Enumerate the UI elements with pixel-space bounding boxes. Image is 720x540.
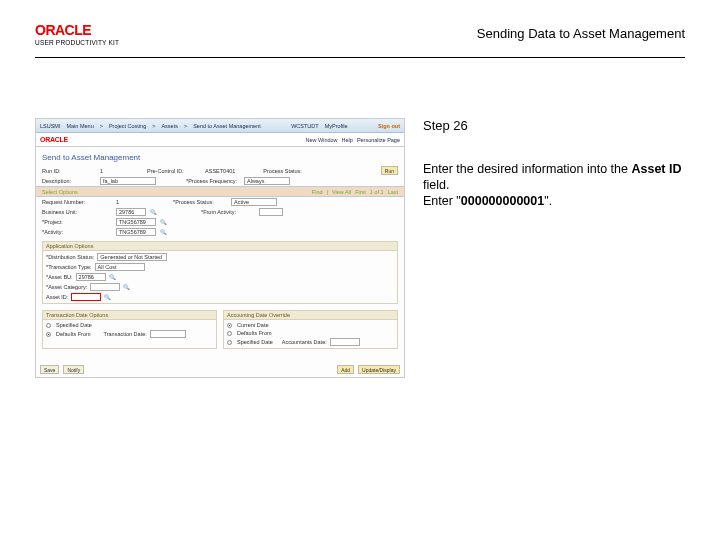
footer-bar: Save Notify Add Update/Display bbox=[40, 365, 400, 374]
radio-icon bbox=[227, 323, 232, 328]
brand-product: USER PRODUCTIVITY KIT bbox=[35, 39, 119, 46]
link-new-window: New Window bbox=[305, 137, 337, 143]
dist-status-label: *Distribution Status: bbox=[46, 254, 94, 260]
link-personalize: Personalize Page bbox=[357, 137, 400, 143]
transaction-type-select[interactable]: All Cost bbox=[95, 263, 145, 271]
topnav-item: LSUSMI bbox=[40, 123, 60, 129]
topnav-user: WCSTUDT bbox=[291, 123, 319, 129]
app-options-group: Application Options *Distribution Status… bbox=[42, 241, 398, 304]
from-activity-label: *From Activity: bbox=[201, 209, 255, 215]
app-screenshot: LSUSMI Main Menu> Project Costing> Asset… bbox=[35, 118, 405, 378]
instruction-text: Enter the desired information into the A… bbox=[423, 162, 685, 209]
save-button[interactable]: Save bbox=[40, 365, 59, 374]
run-button[interactable]: Run bbox=[381, 166, 398, 175]
add-button[interactable]: Add bbox=[337, 365, 354, 374]
radio-icon bbox=[227, 331, 232, 336]
app-options-header: Application Options bbox=[43, 242, 397, 251]
asset-category-input[interactable] bbox=[90, 283, 120, 291]
last-link: Last bbox=[388, 189, 398, 195]
process-freq-label: *Process Frequency: bbox=[186, 178, 240, 184]
oracle-logo: ORACLE bbox=[40, 136, 68, 143]
viewall-link: View All bbox=[332, 189, 351, 195]
description-label: Description: bbox=[42, 178, 96, 184]
topnav-profile: MyProfile bbox=[325, 123, 348, 129]
page-title: Send to Asset Management bbox=[36, 147, 404, 165]
from-activity-input[interactable] bbox=[259, 208, 283, 216]
topnav-item: Send to Asset Management bbox=[193, 123, 261, 129]
project-label: *Project: bbox=[42, 219, 112, 225]
update-button[interactable]: Update/Display bbox=[358, 365, 400, 374]
topnav-item: Assets bbox=[161, 123, 178, 129]
acct-date-label: Accountants Date: bbox=[282, 339, 327, 345]
run-id-label: Run ID: bbox=[42, 168, 96, 174]
txn-date-label: Transaction Date: bbox=[104, 331, 147, 337]
pre-control-value: ASSET0401 bbox=[205, 168, 235, 174]
radio-icon bbox=[46, 332, 51, 337]
txn-date-header: Transaction Date Options bbox=[43, 311, 216, 320]
first-link: First bbox=[355, 189, 366, 195]
radio-specified-acc[interactable]: Specified Date bbox=[237, 339, 273, 345]
link-help: Help bbox=[342, 137, 353, 143]
topnav-item: Project Costing bbox=[109, 123, 146, 129]
asset-bu-label: *Asset BU: bbox=[46, 274, 73, 280]
request-number-value: 1 bbox=[116, 199, 119, 205]
pager: 1 of 1 bbox=[370, 189, 384, 195]
pre-control-label: Pre-Control ID: bbox=[147, 168, 201, 174]
radio-icon bbox=[46, 323, 51, 328]
select-options-label: Select Options bbox=[42, 189, 78, 195]
instruction-panel: Step 26 Enter the desired information in… bbox=[423, 118, 685, 378]
step-label: Step 26 bbox=[423, 118, 685, 134]
asset-id-label: Asset ID: bbox=[46, 294, 68, 300]
business-unit-input[interactable]: 29786 bbox=[116, 208, 146, 216]
acct-date-header: Accounting Date Override bbox=[224, 311, 397, 320]
business-unit-label: Business Unit: bbox=[42, 209, 112, 215]
topnav-signout: Sign out bbox=[378, 123, 400, 129]
proc-status-select[interactable]: Active bbox=[231, 198, 277, 206]
doc-title: Sending Data to Asset Management bbox=[477, 26, 685, 41]
find-link: Find bbox=[312, 189, 323, 195]
activity-label: *Activity: bbox=[42, 229, 112, 235]
accounting-date-override: Accounting Date Override Current Date De… bbox=[223, 310, 398, 349]
asset-category-label: *Asset Category: bbox=[46, 284, 87, 290]
brand-oracle: ORACLE bbox=[35, 22, 119, 38]
radio-defaults[interactable]: Defaults From bbox=[56, 331, 91, 337]
dist-status-select[interactable]: Generated or Not Started bbox=[97, 253, 167, 261]
topnav-item: Main Menu bbox=[66, 123, 93, 129]
select-options-bar: Select Options Find | View All First 1 o… bbox=[36, 186, 404, 197]
request-number-label: Request Number: bbox=[42, 199, 112, 205]
transaction-type-label: *Transaction Type: bbox=[46, 264, 92, 270]
description-input[interactable]: fa_lab bbox=[100, 177, 156, 185]
notify-button[interactable]: Notify bbox=[63, 365, 84, 374]
process-freq-select[interactable]: Always bbox=[244, 177, 290, 185]
brand-line: ORACLE New Window Help Personalize Page bbox=[36, 133, 404, 147]
activity-input[interactable]: TNG56789 bbox=[116, 228, 156, 236]
acct-date-input[interactable] bbox=[330, 338, 360, 346]
asset-bu-input[interactable]: 29786 bbox=[76, 273, 106, 281]
project-input[interactable]: TNG56789 bbox=[116, 218, 156, 226]
radio-icon bbox=[227, 340, 232, 345]
asset-id-input[interactable] bbox=[71, 293, 101, 301]
brand-block: ORACLE USER PRODUCTIVITY KIT bbox=[35, 22, 119, 46]
proc-status-label: *Process Status: bbox=[173, 199, 227, 205]
radio-current[interactable]: Current Date bbox=[237, 322, 269, 328]
radio-specified[interactable]: Specified Date bbox=[56, 322, 92, 328]
process-status-label: Process Status: bbox=[263, 168, 317, 174]
txn-date-input[interactable] bbox=[150, 330, 186, 338]
radio-defaults-acc[interactable]: Defaults From bbox=[237, 330, 272, 336]
run-id-value: 1 bbox=[100, 168, 103, 174]
transaction-date-options: Transaction Date Options Specified Date … bbox=[42, 310, 217, 349]
topnav: LSUSMI Main Menu> Project Costing> Asset… bbox=[36, 119, 404, 133]
